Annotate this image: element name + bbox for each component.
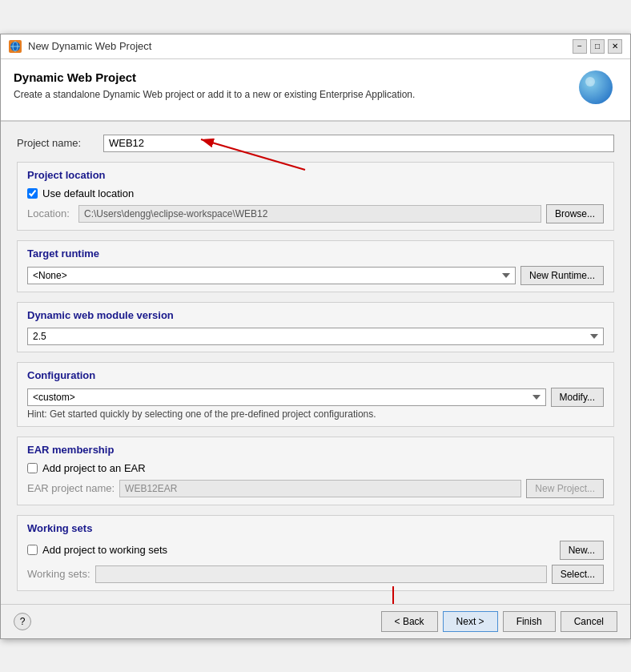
use-default-location-label[interactable]: Use default location	[42, 187, 134, 199]
ear-membership-section: EAR membership Add project to an EAR EAR…	[17, 437, 614, 505]
next-button[interactable]: Next >	[443, 611, 498, 632]
form-content: Project name: Project location Use defau…	[1, 122, 630, 604]
working-sets-row: Working sets: Select...	[27, 565, 604, 584]
new-runtime-button[interactable]: New Runtime...	[520, 266, 604, 285]
use-default-location-checkbox[interactable]	[27, 188, 38, 199]
working-sets-label: Working sets:	[27, 568, 90, 580]
ear-project-name-row: EAR project name: New Project...	[27, 479, 604, 498]
dialog-icon	[9, 40, 22, 53]
dynamic-web-module-title: Dynamic web module version	[27, 309, 604, 321]
dialog-header: Dynamic Web Project Create a standalone …	[1, 59, 630, 122]
project-name-input[interactable]	[103, 135, 614, 152]
new-dynamic-web-project-dialog: New Dynamic Web Project − □ ✕ Dynamic We…	[0, 34, 631, 639]
target-runtime-dropdown[interactable]: <None>	[27, 267, 516, 284]
dialog-footer: ? < Back Next > Finish Cancel	[1, 604, 630, 638]
window-controls: − □ ✕	[573, 39, 622, 54]
globe-icon	[579, 70, 613, 104]
back-button[interactable]: < Back	[381, 611, 438, 632]
project-location-section: Project location Use default location Lo…	[17, 162, 614, 231]
ear-project-name-input[interactable]	[119, 480, 521, 497]
minimize-button[interactable]: −	[573, 39, 587, 54]
new-project-button[interactable]: New Project...	[526, 479, 604, 498]
finish-button[interactable]: Finish	[503, 611, 556, 632]
add-to-ear-row: Add project to an EAR	[27, 462, 604, 474]
ear-project-name-label: EAR project name:	[27, 482, 115, 494]
help-button[interactable]: ?	[14, 613, 31, 630]
browse-button[interactable]: Browse...	[546, 204, 604, 223]
add-to-working-sets-label[interactable]: Add project to working sets	[42, 544, 167, 556]
project-name-label: Project name:	[17, 137, 97, 149]
close-button[interactable]: ✕	[608, 39, 622, 54]
header-text: Dynamic Web Project Create a standalone …	[14, 70, 415, 100]
page-description: Create a standalone Dynamic Web project …	[14, 89, 415, 100]
dynamic-web-module-row: 2.5	[27, 328, 604, 345]
footer-left: ?	[14, 613, 31, 630]
add-to-ear-checkbox[interactable]	[27, 463, 38, 473]
maximize-button[interactable]: □	[590, 39, 605, 54]
title-bar: New Dynamic Web Project − □ ✕	[1, 34, 630, 59]
location-row: Location: Browse...	[27, 204, 604, 223]
new-working-set-button[interactable]: New...	[560, 541, 604, 560]
location-label: Location:	[27, 207, 74, 219]
footer-buttons: < Back Next > Finish Cancel	[381, 611, 617, 632]
dynamic-web-module-dropdown[interactable]: 2.5	[27, 328, 604, 345]
configuration-dropdown[interactable]: <custom>	[27, 388, 546, 406]
configuration-title: Configuration	[27, 369, 604, 381]
dynamic-web-module-section: Dynamic web module version 2.5	[17, 302, 614, 352]
configuration-section: Configuration <custom> Modify... Hint: G…	[17, 362, 614, 427]
select-working-set-button[interactable]: Select...	[552, 565, 604, 584]
target-runtime-title: Target runtime	[27, 247, 604, 260]
header-icon	[579, 70, 617, 109]
page-title: Dynamic Web Project	[14, 70, 415, 84]
working-sets-title: Working sets	[27, 522, 604, 534]
working-sets-section: Working sets Add project to working sets…	[17, 515, 614, 591]
dialog-title: New Dynamic Web Project	[28, 40, 566, 52]
hint-text: Hint: Get started quickly by selecting o…	[27, 408, 604, 420]
add-to-ear-label[interactable]: Add project to an EAR	[42, 462, 146, 474]
use-default-location-row: Use default location	[27, 187, 604, 199]
ear-membership-title: EAR membership	[27, 444, 604, 456]
location-input[interactable]	[78, 205, 541, 223]
target-runtime-row: <None> New Runtime...	[27, 266, 604, 285]
project-location-title: Project location	[27, 169, 604, 181]
project-name-row: Project name:	[17, 135, 614, 152]
add-to-working-sets-checkbox[interactable]	[27, 545, 38, 555]
working-sets-dropdown[interactable]	[95, 565, 547, 583]
add-to-working-sets-row: Add project to working sets	[27, 544, 167, 556]
cancel-button[interactable]: Cancel	[561, 611, 617, 632]
configuration-row: <custom> Modify...	[27, 388, 604, 407]
target-runtime-section: Target runtime <None> New Runtime...	[17, 240, 614, 292]
modify-button[interactable]: Modify...	[551, 388, 604, 407]
